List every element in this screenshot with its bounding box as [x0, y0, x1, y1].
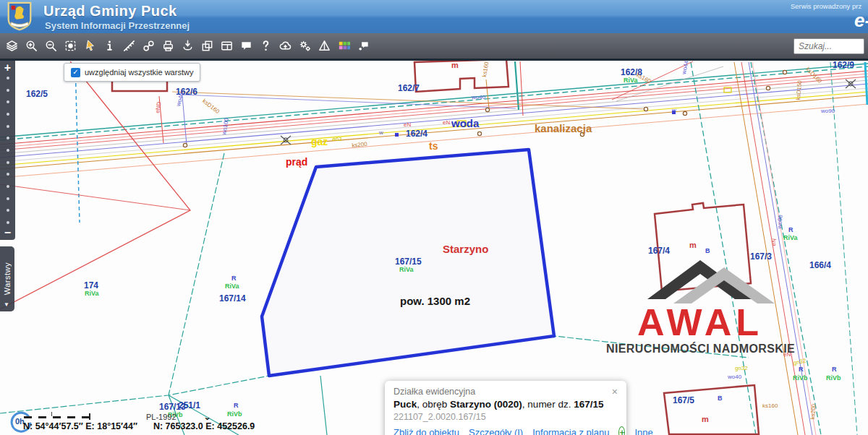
- add-plus-icon[interactable]: +: [618, 426, 625, 435]
- gmina-puck-crest-icon: [6, 1, 33, 32]
- map-label: R: [234, 402, 239, 409]
- emapa-brand-partial: e-: [854, 9, 868, 32]
- map-label: R: [799, 366, 804, 373]
- zoom-level-dot[interactable]: [7, 89, 9, 92]
- zoom-level-dot[interactable]: [7, 149, 9, 152]
- map-label: woda: [451, 118, 479, 129]
- parcel-number: 167/15: [574, 399, 603, 410]
- search-box: [793, 38, 864, 54]
- scale-bar: [24, 416, 90, 418]
- help-icon[interactable]: [256, 35, 276, 57]
- zoom-level-dot[interactable]: [7, 185, 9, 188]
- select-area-icon[interactable]: [61, 35, 80, 57]
- map-label: 167/4: [648, 246, 670, 255]
- map-label: RiVa: [624, 77, 638, 84]
- zoom-level-dot[interactable]: [7, 209, 9, 212]
- app-title: Urząd Gminy Puck: [43, 3, 177, 20]
- layers-icon[interactable]: [2, 35, 22, 57]
- search-input[interactable]: [793, 38, 864, 54]
- chevron-down-icon: ▼: [4, 301, 9, 308]
- zoom-out-icon[interactable]: [41, 35, 61, 57]
- app-window: 162/5162/6162/7162/4162/8RiVa162/9174RiV…: [0, 0, 868, 435]
- settings-gears-icon[interactable]: [295, 35, 315, 57]
- map-label: Starzyno: [443, 244, 488, 254]
- map-label: 167/15: [395, 257, 422, 266]
- zoom-in-button[interactable]: +: [4, 61, 11, 75]
- zoom-level-dot[interactable]: [7, 173, 9, 176]
- coordinates-readout: N: 54°44′57.5″ E: 18°15′44″ N: 765323.0 …: [23, 421, 255, 431]
- all-layers-checkbox[interactable]: ✓ uwzględniaj wszystkie warstwy: [64, 63, 200, 82]
- layers-panel-tab[interactable]: Warstwy ▼: [0, 246, 14, 311]
- info-icon[interactable]: [100, 35, 119, 57]
- map-label: 162/4: [406, 129, 427, 138]
- marker-download-icon[interactable]: [178, 35, 197, 57]
- map-label: w: [379, 130, 383, 136]
- other-link[interactable]: Inne: [634, 427, 652, 435]
- zoom-out-button[interactable]: −: [4, 225, 11, 240]
- map-label: ts: [429, 141, 438, 151]
- close-icon[interactable]: ×: [612, 387, 618, 397]
- zoom-level-dot[interactable]: [7, 125, 9, 128]
- awal-subtitle: NIERUCHOMOŚCI NADMORSKIE: [606, 343, 794, 356]
- parcel-text-2: , numer dz.: [522, 399, 574, 410]
- zoom-level-dot[interactable]: [7, 161, 9, 164]
- zoom-level-dot[interactable]: [7, 77, 9, 79]
- map-label: prąd: [286, 157, 307, 167]
- legend-colors-icon[interactable]: [334, 35, 354, 57]
- crs-selector[interactable]: PL-1992⌄: [146, 412, 211, 422]
- map-label: 174: [84, 281, 98, 290]
- zoom-in-icon[interactable]: [22, 35, 41, 57]
- service-note: Serwis prowadzony prz: [791, 2, 861, 10]
- map-label: 167/13: [159, 402, 186, 411]
- map-label: R: [788, 227, 793, 233]
- cloud-sync-icon[interactable]: [276, 35, 295, 57]
- parcel-id: 221107_2.0020.167/15: [393, 412, 618, 422]
- plan-info-link[interactable]: Informacja z planu: [532, 427, 609, 435]
- map-label: 166/4: [809, 261, 831, 270]
- parcel-town: Puck: [393, 399, 417, 410]
- layers-tab-label: Warstwy: [3, 262, 12, 295]
- checkbox-checked-icon[interactable]: ✓: [71, 68, 80, 77]
- chevron-down-icon: ⌄: [204, 412, 211, 422]
- link-icon[interactable]: [139, 35, 158, 57]
- zoom-to-object-link[interactable]: Zbliż do obiektu: [393, 427, 459, 435]
- map-label: kanalizacja: [535, 123, 592, 134]
- measure-icon[interactable]: [119, 35, 139, 57]
- map-label: wo90: [821, 108, 835, 114]
- pointer-cursor-icon[interactable]: [80, 35, 100, 57]
- map-label: RiVb: [793, 375, 808, 382]
- zoom-level-dot[interactable]: [7, 221, 9, 224]
- prism-3d-icon[interactable]: [315, 35, 334, 57]
- feedback-bubble-icon[interactable]: [354, 35, 373, 57]
- zoom-level-dot[interactable]: [7, 137, 9, 139]
- map-label: gaz: [311, 137, 328, 147]
- details-link[interactable]: Szczegóły (I): [469, 427, 523, 435]
- crs-label: PL-1992: [146, 413, 176, 421]
- coords-geographic: N: 54°44′57.5″ E: 18°15′44″: [23, 421, 137, 431]
- app-header: Urząd Gminy Puck System Informacji Przes…: [0, 0, 868, 34]
- map-label: B: [705, 248, 710, 254]
- roof-logo-icon: [617, 259, 783, 303]
- print-icon[interactable]: [158, 35, 178, 57]
- frames-copy-icon[interactable]: [197, 35, 217, 57]
- zoom-level-dot[interactable]: [7, 100, 9, 103]
- map-label: eN: [443, 120, 450, 126]
- map-label: pow. 1300 m2: [400, 296, 470, 306]
- zoom-level-dot[interactable]: [7, 113, 9, 116]
- coords-metric: N: 765323.0 E: 452526.9: [153, 421, 255, 431]
- map-label: m: [451, 61, 459, 69]
- map-label: wo40: [472, 95, 485, 100]
- zoom-level-dot[interactable]: [7, 197, 9, 200]
- toolbar: [0, 33, 868, 61]
- map-label: m: [689, 241, 697, 249]
- map-label: RiVa: [399, 267, 414, 273]
- map-label: R: [231, 275, 237, 282]
- map-label: eN: [404, 122, 411, 128]
- layout-panels-icon[interactable]: [217, 35, 237, 57]
- map-label: 167/5: [673, 396, 694, 405]
- map-label: 167/14: [219, 294, 246, 303]
- zoom-level-dots[interactable]: [7, 75, 9, 225]
- all-layers-checkbox-label: uwzględniaj wszystkie warstwy: [85, 68, 193, 77]
- comment-bubble-icon[interactable]: [237, 35, 256, 57]
- map-label: RiVb: [826, 375, 841, 382]
